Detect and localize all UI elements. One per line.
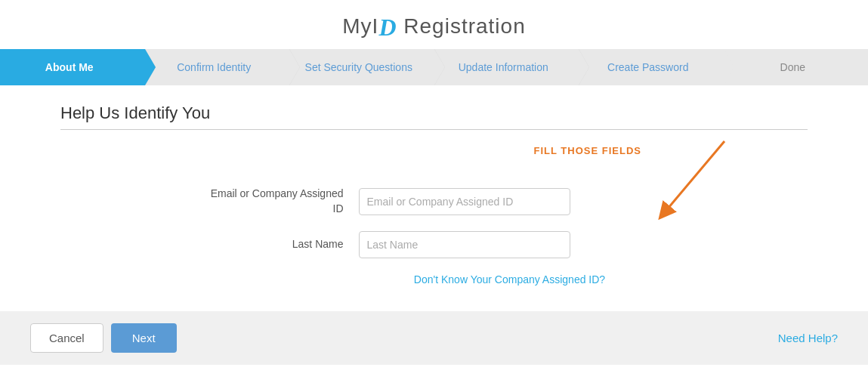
next-button[interactable]: Next — [111, 323, 177, 353]
breadcrumb-update-information-label: Update Information — [459, 61, 548, 73]
last-name-row: Last Name — [208, 231, 661, 258]
breadcrumb-set-security-questions-label: Set Security Questions — [305, 61, 412, 73]
breadcrumb-set-security-questions[interactable]: Set Security Questions — [289, 49, 434, 85]
last-name-label: Last Name — [208, 237, 344, 252]
svg-line-1 — [664, 141, 724, 213]
breadcrumb-confirm-identity-label: Confirm Identity — [177, 61, 251, 73]
page-header: MyID Registration — [0, 0, 868, 49]
forgot-company-id-link[interactable]: Don't Know Your Company Assigned ID? — [414, 273, 605, 286]
title-logo: D — [378, 14, 397, 41]
fill-fields-arrow — [649, 137, 747, 221]
last-name-input[interactable] — [359, 231, 570, 258]
email-input[interactable] — [359, 188, 570, 215]
section-divider — [60, 129, 808, 130]
footer-bar: Cancel Next Need Help? — [0, 311, 868, 365]
email-label: Email or Company Assigned ID — [208, 187, 344, 216]
breadcrumb-create-password[interactable]: Create Password — [579, 49, 724, 85]
email-row: Email or Company Assigned ID — [208, 187, 661, 216]
need-help-link[interactable]: Need Help? — [778, 332, 838, 344]
breadcrumb-update-information[interactable]: Update Information — [434, 49, 579, 85]
breadcrumb-done[interactable]: Done — [724, 49, 869, 85]
fill-fields-annotation: FILL THOSE FIELDS — [534, 145, 641, 156]
breadcrumb-about-me-label: About Me — [45, 61, 94, 73]
main-content: Help Us Identify You FILL THOSE FIELDS E… — [0, 85, 868, 304]
breadcrumb-done-label: Done — [780, 61, 805, 73]
section-title: Help Us Identify You — [60, 103, 808, 123]
title-suffix: Registration — [397, 14, 526, 38]
breadcrumb-nav: About Me Confirm Identity Set Security Q… — [0, 49, 868, 85]
breadcrumb-create-password-label: Create Password — [607, 61, 688, 73]
cancel-button[interactable]: Cancel — [30, 323, 103, 353]
title-prefix: MyI — [342, 14, 378, 38]
annotation-container: FILL THOSE FIELDS — [60, 145, 808, 187]
breadcrumb-confirm-identity[interactable]: Confirm Identity — [145, 49, 290, 85]
footer-buttons: Cancel Next — [30, 323, 177, 353]
breadcrumb-about-me[interactable]: About Me — [0, 49, 145, 85]
